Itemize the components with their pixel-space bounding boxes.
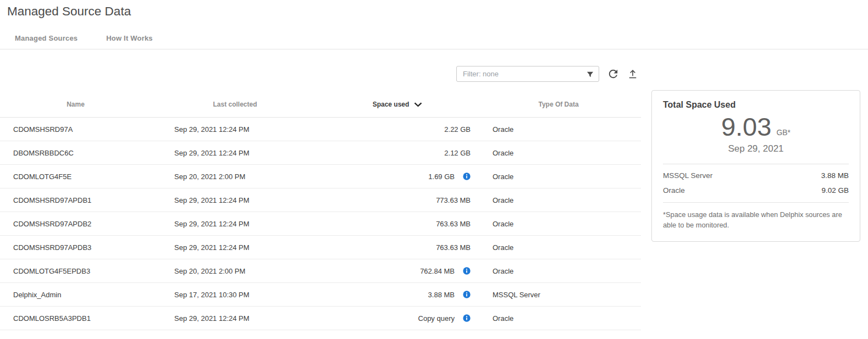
info-icon[interactable] <box>463 173 471 180</box>
source-name: CDOMLOSRB5A3PDB1 <box>0 314 151 323</box>
space-used-cell: 773.63 MB <box>319 196 476 204</box>
source-name: CDOMSHSRD97APDB1 <box>0 196 151 204</box>
toolbar <box>0 65 641 82</box>
type-of-data-value: Oracle <box>476 149 641 157</box>
info-icon[interactable] <box>463 314 471 322</box>
space-used-cell: 763.63 MB <box>319 243 476 252</box>
column-header-space-used-label: Space used <box>373 101 410 108</box>
table-row[interactable]: Delphix_Admin Sep 17, 2021 10:30 PM 3.88… <box>0 283 641 307</box>
as-of-date: Sep 29, 2021 <box>663 143 849 154</box>
breakdown-value: 3.88 MB <box>821 171 849 180</box>
panel-divider <box>663 202 849 203</box>
export-upload-icon <box>627 68 638 79</box>
type-of-data-value: Oracle <box>476 173 641 181</box>
table-body: CDOMSHSRD97A Sep 29, 2021 12:24 PM 2.22 … <box>0 118 641 330</box>
last-collected-value: Sep 29, 2021 12:24 PM <box>151 220 319 228</box>
total-space-unit: GB* <box>776 128 790 142</box>
table-row[interactable]: CDOMSHSRD97A Sep 29, 2021 12:24 PM 2.22 … <box>0 118 641 141</box>
source-name: CDOMLOTG4F5EPDB3 <box>0 267 151 275</box>
column-header-last-collected[interactable]: Last collected <box>151 101 319 108</box>
type-of-data-value: Oracle <box>476 125 641 134</box>
space-used-value: 763.63 MB <box>436 220 471 228</box>
space-used-cell: 3.88 MB <box>319 291 476 299</box>
type-of-data-value: Oracle <box>476 243 641 252</box>
table-row[interactable]: DBOMSRBBDC6C Sep 29, 2021 12:24 PM 2.12 … <box>0 141 641 165</box>
export-button[interactable] <box>627 68 638 79</box>
refresh-button[interactable] <box>607 68 620 80</box>
filter-box <box>456 66 599 82</box>
source-name: Delphix_Admin <box>0 291 151 299</box>
space-used-cell: 2.22 GB <box>319 125 476 134</box>
last-collected-value: Sep 20, 2021 2:00 PM <box>151 267 319 275</box>
space-used-value: 3.88 MB <box>428 291 455 299</box>
total-space-used-panel: Total Space Used 9.03 GB* Sep 29, 2021 M… <box>651 90 860 242</box>
info-icon[interactable] <box>463 291 471 298</box>
last-collected-value: Sep 17, 2021 10:30 PM <box>151 291 319 299</box>
source-name: DBOMSRBBDC6C <box>0 149 151 157</box>
breakdown-value: 9.02 GB <box>821 186 849 194</box>
space-usage-footnote: *Space usage data is available when Delp… <box>663 210 849 230</box>
tab-how-it-works[interactable]: How It Works <box>106 34 153 42</box>
space-used-value: 762.84 MB <box>420 267 455 275</box>
breakdown-label: MSSQL Server <box>663 171 712 180</box>
space-used-value: 2.22 GB <box>444 125 471 134</box>
table-section: Name Last collected Space used Type Of D… <box>0 49 641 330</box>
content: Name Last collected Space used Type Of D… <box>0 49 868 330</box>
source-name: CDOMLOTG4F5E <box>0 173 151 181</box>
last-collected-value: Sep 29, 2021 12:24 PM <box>151 149 319 157</box>
source-name: CDOMSHSRD97APDB2 <box>0 220 151 228</box>
panel-title: Total Space Used <box>663 100 849 110</box>
space-used-cell: Copy query <box>319 314 476 323</box>
tab-managed-sources[interactable]: Managed Sources <box>15 34 78 42</box>
sort-desc-chevron-down-icon <box>414 102 422 107</box>
filter-input[interactable] <box>456 66 599 82</box>
space-used-value: 763.63 MB <box>436 243 471 252</box>
source-name: CDOMSHSRD97APDB3 <box>0 243 151 252</box>
space-used-value: 1.69 GB <box>428 173 455 181</box>
type-of-data-value: Oracle <box>476 220 641 228</box>
space-used-value: 2.12 GB <box>444 149 471 157</box>
column-header-type-of-data[interactable]: Type Of Data <box>476 101 641 108</box>
summary-section: Total Space Used 9.03 GB* Sep 29, 2021 M… <box>651 90 860 242</box>
table-header: Name Last collected Space used Type Of D… <box>0 92 641 118</box>
table-row[interactable]: CDOMLOSRB5A3PDB1 Sep 29, 2021 12:24 PM C… <box>0 307 641 330</box>
info-icon[interactable] <box>463 267 471 275</box>
last-collected-value: Sep 29, 2021 12:24 PM <box>151 196 319 204</box>
space-used-cell: 1.69 GB <box>319 173 476 181</box>
type-of-data-value: Oracle <box>476 314 641 323</box>
space-breakdown-list: MSSQL Server 3.88 MB Oracle 9.02 GB <box>663 164 849 198</box>
table-row[interactable]: CDOMSHSRD97APDB3 Sep 29, 2021 12:24 PM 7… <box>0 236 641 259</box>
space-used-cell: 2.12 GB <box>319 149 476 157</box>
type-of-data-value: Oracle <box>476 267 641 275</box>
type-of-data-value: MSSQL Server <box>476 291 641 299</box>
breakdown-label: Oracle <box>663 186 685 194</box>
refresh-icon <box>607 68 620 80</box>
space-used-cell: 762.84 MB <box>319 267 476 275</box>
last-collected-value: Sep 29, 2021 12:24 PM <box>151 243 319 252</box>
space-used-cell: 763.63 MB <box>319 220 476 228</box>
space-used-value: Copy query <box>418 314 455 323</box>
column-header-name[interactable]: Name <box>0 101 151 108</box>
page-title: Managed Source Data <box>0 0 868 19</box>
total-space-row: 9.03 GB* <box>663 112 849 142</box>
table-row[interactable]: CDOMSHSRD97APDB1 Sep 29, 2021 12:24 PM 7… <box>0 188 641 212</box>
last-collected-value: Sep 20, 2021 2:00 PM <box>151 173 319 181</box>
breakdown-row-mssql: MSSQL Server 3.88 MB <box>663 168 849 183</box>
table-row[interactable]: CDOMSHSRD97APDB2 Sep 29, 2021 12:24 PM 7… <box>0 212 641 236</box>
column-header-space-used[interactable]: Space used <box>319 101 476 108</box>
filter-funnel-icon[interactable] <box>587 70 594 80</box>
breakdown-row-oracle: Oracle 9.02 GB <box>663 183 849 198</box>
tab-bar: Managed Sources How It Works <box>0 34 868 42</box>
table-row[interactable]: CDOMLOTG4F5EPDB3 Sep 20, 2021 2:00 PM 76… <box>0 259 641 283</box>
space-used-value: 773.63 MB <box>436 196 471 204</box>
type-of-data-value: Oracle <box>476 196 641 204</box>
total-space-value: 9.03 <box>721 112 771 142</box>
table-row[interactable]: CDOMLOTG4F5E Sep 20, 2021 2:00 PM 1.69 G… <box>0 165 641 188</box>
last-collected-value: Sep 29, 2021 12:24 PM <box>151 125 319 134</box>
last-collected-value: Sep 29, 2021 12:24 PM <box>151 314 319 323</box>
source-name: CDOMSHSRD97A <box>0 125 151 134</box>
